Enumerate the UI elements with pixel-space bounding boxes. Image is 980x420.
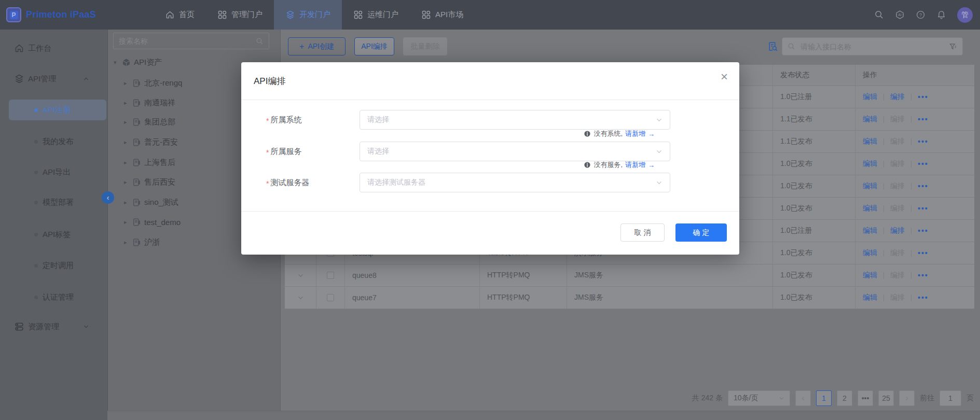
avatar[interactable]: 管 [957,7,973,23]
api-orchestrate-button[interactable]: API编排 [354,37,394,55]
caret-right-icon[interactable]: ▸ [124,199,131,206]
create-new-link[interactable]: 请新增 [625,160,645,170]
nav-item-0[interactable]: 首页 [154,0,206,30]
goto-page-input[interactable] [940,394,961,403]
nav-item-3[interactable]: 运维门户 [342,0,410,30]
caret-right-icon[interactable]: ▸ [124,219,131,226]
orchestrate-link[interactable]: 编排 [890,137,905,146]
chevron-down-icon[interactable] [297,272,304,279]
caret-right-icon[interactable]: ▸ [124,179,131,186]
row-checkbox[interactable] [327,272,334,279]
orchestrate-link[interactable]: 编排 [890,293,905,302]
more-actions-link[interactable]: ••• [918,249,929,257]
orchestrate-link[interactable]: 编排 [890,115,905,124]
caret-right-icon[interactable]: ▸ [124,80,131,87]
orchestrate-link[interactable]: 编排 [890,159,905,169]
cell-actions: 编辑 编排 ••• [855,198,974,219]
caret-right-icon[interactable]: ▸ [124,239,131,246]
more-actions-link[interactable]: ••• [918,271,929,279]
chevron-down-icon[interactable] [297,295,304,301]
edit-link[interactable]: 编辑 [863,181,877,191]
tree-node-集团总部[interactable]: ▸ 集团总部 [124,115,175,129]
orchestrate-link[interactable]: 编排 [890,92,905,102]
api-create-button[interactable]: + API创建 [288,37,346,55]
field-select[interactable]: 请选择 [360,142,670,161]
caret-right-icon[interactable]: ▸ [124,139,131,146]
edit-link[interactable]: 编辑 [863,271,877,280]
tree-node-南通瑞祥[interactable]: ▸ 南通瑞祥 [124,95,175,110]
nav-item-2[interactable]: 开发门户 [274,0,342,30]
edit-link[interactable]: 编辑 [863,248,877,258]
close-icon[interactable]: × [721,71,728,83]
bell-icon[interactable] [936,10,946,20]
prev-page-button[interactable]: ‹ [795,390,811,406]
sidebar-item-API管理[interactable]: API管理 [0,68,107,89]
tree-node-上海售后[interactable]: ▸ 上海售后 [124,155,175,170]
more-actions-link[interactable]: ••• [918,115,929,123]
nav-item-1[interactable]: 管理门户 [206,0,274,30]
tree-node-北京-rengq[interactable]: ▸ 北京-rengq [124,76,182,90]
api-search-input[interactable] [799,42,945,51]
caret-right-icon[interactable]: ▸ [124,100,131,106]
orchestrate-link[interactable]: 编排 [890,271,905,280]
sidebar-item-工作台[interactable]: 工作台 [0,38,107,59]
orchestrate-link[interactable]: 编排 [890,181,905,191]
more-actions-link[interactable]: ••• [918,227,929,235]
tree-node-sino_测试[interactable]: ▸ sino_测试 [124,195,178,209]
sidebar-item-我的发布[interactable]: 我的发布 [0,131,107,152]
page-button-2[interactable]: 2 [837,390,852,406]
file-search-icon[interactable] [767,41,778,52]
sidebar-item-API注册[interactable]: API注册 [9,100,106,120]
confirm-button[interactable]: 确 定 [675,223,727,242]
edit-link[interactable]: 编辑 [863,92,877,102]
sidebar-item-定时调用[interactable]: 定时调用 [0,255,107,276]
page-button-•••[interactable]: ••• [858,390,873,406]
page-button-1[interactable]: 1 [816,390,832,406]
search-icon[interactable] [874,10,884,20]
edit-link[interactable]: 编辑 [863,204,877,213]
more-actions-link[interactable]: ••• [918,182,929,190]
sidebar-item-模型部署[interactable]: 模型部署 [0,192,107,213]
tree-node-普元-西安[interactable]: ▸ 普元-西安 [124,135,178,149]
next-page-button[interactable]: › [899,390,915,406]
edit-link[interactable]: 编辑 [863,137,877,146]
page-size-select[interactable]: 10条/页 [728,390,790,406]
create-new-link[interactable]: 请新增 [625,129,645,138]
edit-link[interactable]: 编辑 [863,226,877,235]
more-actions-link[interactable]: ••• [918,160,929,168]
tree-node-售后西安[interactable]: ▸ 售后西安 [124,175,175,189]
tree-search-input[interactable] [114,37,256,45]
edit-link[interactable]: 编辑 [863,159,877,169]
tree-node-沪浙[interactable]: ▸ 沪浙 [124,235,160,249]
tree-node-root[interactable]: ▾ API资产 [114,55,162,69]
collapse-panel-button[interactable]: ‹ [102,191,114,204]
orchestrate-link[interactable]: 编排 [890,248,905,258]
sidebar-item-资源管理[interactable]: 资源管理 [0,316,107,337]
orchestrate-link[interactable]: 编排 [890,204,905,213]
nav-item-4[interactable]: API市场 [410,0,475,30]
filter-icon[interactable] [949,43,957,51]
more-actions-link[interactable]: ••• [918,293,929,302]
orchestrate-link[interactable]: 编排 [890,226,905,235]
edit-link[interactable]: 编辑 [863,293,877,302]
batch-delete-button[interactable]: 批量删除 [403,37,447,55]
more-actions-link[interactable]: ••• [918,93,929,101]
sidebar-item-API导出[interactable]: API导出 [0,162,107,183]
cancel-button[interactable]: 取 消 [620,223,665,242]
page-button-25[interactable]: 25 [878,390,894,406]
brand-logo: P Primeton iPaaS [6,7,96,22]
row-checkbox[interactable] [327,294,334,301]
sidebar-item-API标签[interactable]: API标签 [0,224,107,245]
caret-right-icon[interactable]: ▸ [124,119,131,125]
caret-down-icon[interactable]: ▾ [114,59,121,66]
tree-node-test_demo[interactable]: ▸ test_demo [124,215,181,229]
help-icon[interactable]: ? [916,10,926,20]
field-select[interactable]: 请选择测试服务器 [360,173,670,192]
edit-link[interactable]: 编辑 [863,115,877,124]
caret-right-icon[interactable]: ▸ [124,159,131,166]
field-select[interactable]: 请选择 [360,110,670,130]
sidebar-item-认证管理[interactable]: 认证管理 [0,287,107,307]
ai-icon[interactable]: AI [895,10,905,20]
more-actions-link[interactable]: ••• [918,204,929,213]
more-actions-link[interactable]: ••• [918,137,929,146]
